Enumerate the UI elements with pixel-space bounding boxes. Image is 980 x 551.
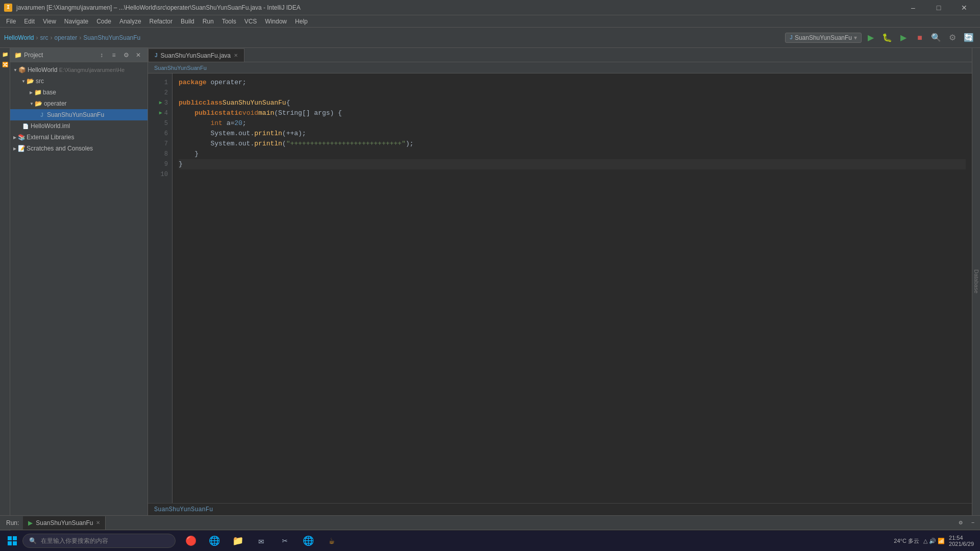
extlibs-icon: 📚 — [17, 133, 26, 141]
code-line-5: int a=20; — [179, 118, 966, 129]
coverage-button[interactable]: ▶ — [896, 31, 911, 45]
breadcrumb-src[interactable]: src — [40, 34, 48, 41]
win-search-bar[interactable]: 🔍 在里输入你要搜索的内容 — [22, 534, 176, 548]
code-line-3: public class SuanShuYunSuanFu { — [179, 98, 966, 108]
tree-item-iml[interactable]: 📄 HelloWorld.iml — [10, 120, 148, 132]
menu-refactor[interactable]: Refactor — [145, 15, 177, 28]
tree-label-src: src — [36, 78, 44, 85]
menu-analyze[interactable]: Analyze — [115, 15, 145, 28]
menu-run[interactable]: Run — [199, 15, 218, 28]
tree-item-src[interactable]: ▼ 📂 src — [10, 76, 148, 87]
tree-label-helloworld: HelloWorld E:\Xiangmu\javarumen\He — [28, 66, 125, 73]
taskbar-mail[interactable]: ✉ — [250, 531, 273, 551]
close-button[interactable]: ✕ — [952, 0, 976, 15]
scratches-icon: 📝 — [17, 144, 26, 153]
run-settings: ⚙ – — [955, 518, 978, 528]
editor-breadcrumb-label: SuanShuYunSuanFu — [154, 65, 207, 71]
run-tab-label: SuanShuYunSuanFu — [36, 519, 93, 527]
run-settings-button[interactable]: ⚙ — [955, 518, 966, 528]
breadcrumb-helloworld[interactable]: HelloWorld — [4, 34, 34, 41]
tree-label-operater: operater — [44, 100, 67, 107]
stop-button[interactable]: ■ — [913, 31, 927, 45]
menu-bar: File Edit View Navigate Code Analyze Ref… — [0, 15, 980, 28]
menu-help[interactable]: Help — [291, 15, 312, 28]
tree-item-operater[interactable]: ▼ 📂 operater — [10, 98, 148, 109]
settings-button[interactable]: ⚙ — [945, 31, 960, 45]
svg-rect-0 — [8, 536, 12, 540]
search-everywhere-button[interactable]: 🔍 — [929, 31, 943, 45]
tree-item-base[interactable]: ▶ 📁 base — [10, 87, 148, 98]
run-button[interactable]: ▶ — [864, 31, 878, 45]
debug-button[interactable]: 🐛 — [880, 31, 894, 45]
project-icon: 📦 — [18, 66, 27, 74]
menu-vcs[interactable]: VCS — [240, 15, 261, 28]
title-left: I javarumen [E:\Xiangmu\javarumen] – ...… — [4, 4, 301, 12]
start-button[interactable] — [2, 531, 22, 551]
menu-tools[interactable]: Tools — [218, 15, 240, 28]
menu-file[interactable]: File — [2, 15, 20, 28]
win-tray: 24°C 多云 △ 🔊 📶 21:54 2021/6/29 — [894, 535, 978, 547]
taskbar-edge[interactable]: 🌐 — [203, 531, 226, 551]
triangle-icon: ▶ — [13, 146, 16, 151]
run-tab-close[interactable]: ✕ — [96, 520, 100, 525]
collapse-all-button[interactable]: ≡ — [109, 50, 119, 60]
run-label: Run: — [2, 519, 23, 527]
menu-build[interactable]: Build — [177, 15, 199, 28]
code-line-9: } — [179, 159, 966, 169]
close-panel-button[interactable]: ✕ — [133, 50, 143, 60]
editor-content[interactable]: 1 2 ▶3 ▶4 5 6 7 8 9 10 package operater;… — [148, 73, 972, 503]
breadcrumb-operater[interactable]: operater — [54, 34, 77, 41]
update-button[interactable]: 🔄 — [962, 31, 976, 45]
menu-edit[interactable]: Edit — [20, 15, 39, 28]
code-line-1: package operater; — [179, 78, 966, 88]
taskbar-chrome[interactable]: 🌐 — [297, 531, 320, 551]
svg-rect-1 — [13, 536, 17, 540]
tab-close-button[interactable]: ✕ — [234, 53, 238, 58]
win-taskbar-apps: 🔴 🌐 📁 ✉ ✂ 🌐 ☕ — [180, 531, 343, 551]
database-label[interactable]: Database — [972, 265, 981, 297]
tray-time: 21:54 2021/6/29 — [949, 535, 974, 547]
app-icon: I — [4, 4, 12, 12]
taskbar-explorer[interactable]: 📁 — [227, 531, 249, 551]
taskbar-java[interactable]: ☕ — [321, 531, 343, 551]
run-tabs: Run: ▶ SuanShuYunSuanFu ✕ ⚙ – — [0, 516, 980, 530]
breadcrumb: HelloWorld › src › operater › SuanShuYun… — [4, 34, 140, 41]
code-editor[interactable]: package operater; public class SuanShuYu… — [173, 73, 972, 503]
menu-view[interactable]: View — [39, 15, 60, 28]
triangle-icon: ▶ — [13, 135, 16, 140]
run-config-selector[interactable]: J SuanShuYunSuanFu ▾ — [785, 33, 862, 43]
maximize-button[interactable]: □ — [927, 0, 950, 15]
close-run-panel-button[interactable]: – — [968, 518, 978, 528]
sync-files-button[interactable]: ↕ — [96, 50, 107, 60]
tree-item-extlibs[interactable]: ▶ 📚 External Libraries — [10, 132, 148, 143]
menu-navigate[interactable]: Navigate — [60, 15, 92, 28]
java-file-icon: J — [38, 111, 46, 119]
code-line-10 — [179, 169, 966, 180]
breadcrumb-classname[interactable]: SuanShuYunSuanFu — [83, 34, 140, 41]
minimize-button[interactable]: – — [901, 0, 925, 15]
tray-weather: 24°C 多云 — [894, 537, 919, 545]
project-tool-icon[interactable]: 📁 — [1, 50, 10, 59]
tree-item-helloworld[interactable]: ▼ 📦 HelloWorld E:\Xiangmu\javarumen\He — [10, 64, 148, 76]
vcs-icon[interactable]: 🔀 — [1, 60, 10, 69]
tree-label-suanshu: SuanShuYunSuanFu — [47, 111, 104, 118]
run-tab-suanshu[interactable]: ▶ SuanShuYunSuanFu ✕ — [23, 516, 106, 530]
svg-rect-3 — [13, 541, 17, 545]
tree-label-iml: HelloWorld.iml — [31, 122, 70, 130]
menu-window[interactable]: Window — [261, 15, 291, 28]
run-config-icon: J — [790, 35, 793, 40]
tree-item-suanshu[interactable]: J SuanShuYunSuanFu — [10, 109, 148, 120]
chevron-down-icon: ▾ — [854, 34, 857, 41]
win-search-icon: 🔍 — [29, 537, 37, 544]
taskbar-sogou[interactable]: 🔴 — [180, 531, 202, 551]
taskbar-app5[interactable]: ✂ — [274, 531, 296, 551]
tree-label-scratches: Scratches and Consoles — [27, 145, 93, 152]
project-header: 📁 Project ↕ ≡ ⚙ ✕ — [10, 48, 148, 62]
database-sidebar: Database — [972, 48, 980, 515]
menu-code[interactable]: Code — [92, 15, 115, 28]
editor-tab-suanshu[interactable]: J SuanShuYunSuanFu.java ✕ — [148, 48, 244, 62]
tree-item-scratches[interactable]: ▶ 📝 Scratches and Consoles — [10, 143, 148, 154]
panel-settings-button[interactable]: ⚙ — [121, 50, 131, 60]
base-folder-icon: 📁 — [34, 88, 42, 96]
tab-java-icon: J — [155, 53, 158, 58]
